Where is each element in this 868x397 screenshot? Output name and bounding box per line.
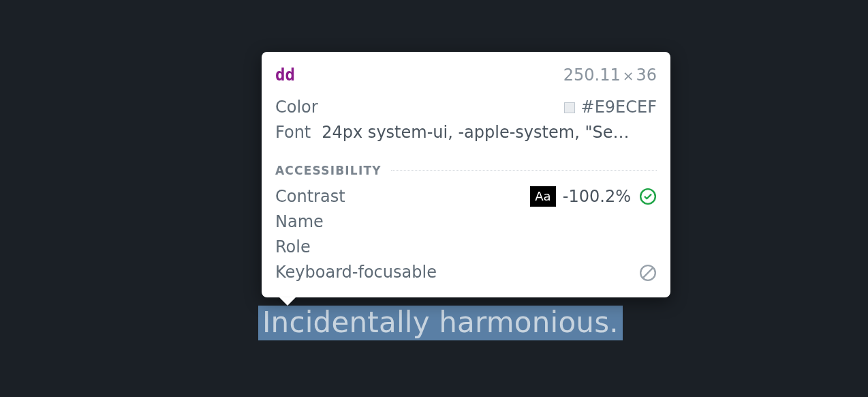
inspected-element-text: Incidentally harmonious.	[262, 306, 619, 339]
element-inspector-tooltip: dd 250.11×36 Color #E9ECEF Font 24px sys…	[262, 52, 670, 297]
color-swatch-icon	[564, 102, 575, 113]
contrast-sample-chip: Aa	[530, 186, 556, 207]
keyboard-focusable-row: Keyboard-focusable	[275, 260, 657, 285]
accessibility-title: ACCESSIBILITY	[275, 164, 382, 177]
tag-dimensions-row: dd 250.11×36	[275, 63, 657, 88]
name-label: Name	[275, 209, 324, 235]
section-rule	[391, 170, 657, 171]
dimensions-times-icon: ×	[623, 68, 634, 84]
font-row: Font 24px system-ui, -apple-system, "Seg…	[275, 120, 657, 145]
contrast-value: -100.2%	[563, 184, 631, 209]
role-label: Role	[275, 235, 311, 260]
dimensions-width: 250.11	[563, 65, 621, 85]
name-row: Name	[275, 209, 657, 235]
color-row: Color #E9ECEF	[275, 95, 657, 120]
color-value: #E9ECEF	[581, 98, 657, 117]
element-tag: dd	[275, 63, 295, 88]
dimensions-height: 36	[636, 65, 657, 85]
font-value: 24px system-ui, -apple-system, "Segoe…	[322, 120, 635, 145]
keyboard-focusable-label: Keyboard-focusable	[275, 260, 437, 285]
inspected-element-highlight: Incidentally harmonious.	[258, 306, 623, 340]
not-available-icon	[639, 264, 657, 282]
role-row: Role	[275, 235, 657, 260]
accessibility-section-header: ACCESSIBILITY	[275, 164, 657, 177]
color-label: Color	[275, 95, 318, 120]
check-circle-icon	[639, 188, 657, 205]
svg-line-2	[642, 267, 653, 278]
element-dimensions: 250.11×36	[563, 63, 657, 88]
color-value-wrap: #E9ECEF	[564, 95, 657, 120]
font-label: Font	[275, 120, 311, 145]
contrast-label: Contrast	[275, 184, 345, 209]
contrast-row: Contrast Aa -100.2%	[275, 184, 657, 209]
